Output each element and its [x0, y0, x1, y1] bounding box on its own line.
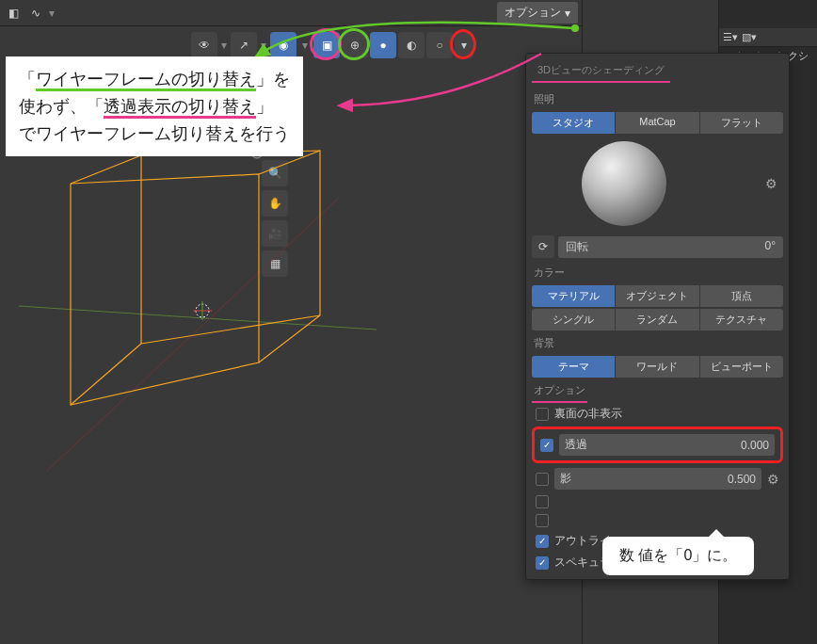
matcap-sphere-preview[interactable] — [582, 141, 666, 226]
svg-line-13 — [19, 306, 376, 330]
chevron-down-icon[interactable]: ▾ — [221, 39, 227, 52]
backface-checkbox[interactable] — [536, 408, 549, 421]
backface-culling-row[interactable]: 裏面の非表示 — [532, 403, 783, 425]
options-label: オプション — [505, 5, 561, 21]
lighting-label: 照明 — [532, 89, 783, 110]
matprev-shading-button[interactable]: ◐ — [398, 32, 425, 58]
solid-shading-button[interactable]: ● — [370, 32, 396, 58]
display-mode-icon[interactable]: ☰▾ — [723, 31, 738, 43]
texture-color-button[interactable]: テクスチャ — [700, 309, 783, 330]
flat-button[interactable]: フラット — [700, 112, 783, 134]
shading-popup-title: 3Dビューのシェーディング — [532, 59, 670, 83]
outliner-header[interactable]: ☰▾ ▧▾ — [719, 28, 817, 47]
xray-checkbox[interactable]: ✓ — [540, 439, 553, 452]
annotation-callout: 「ワイヤーフレームの切り替え」を 使わず、「透過表示の切り替え」 でワイヤーフレ… — [6, 56, 303, 156]
chevron-down-icon[interactable]: ▾ — [261, 39, 266, 52]
mode-icon[interactable]: ∿ — [26, 4, 45, 23]
chevron-down-icon[interactable]: ▾ — [302, 39, 308, 52]
dof-checkbox[interactable] — [536, 514, 549, 527]
shading-popover: 3Dビューのシェーディング 照明 スタジオ MatCap フラット ⚙ ⟳ 回転… — [525, 53, 790, 580]
svg-line-18 — [71, 344, 141, 405]
studio-button[interactable]: スタジオ — [532, 112, 615, 134]
color-label: カラー — [532, 262, 783, 283]
outline-checkbox[interactable]: ✓ — [536, 535, 549, 548]
cavity-checkbox[interactable] — [536, 495, 549, 508]
filter-icon[interactable]: ▧▾ — [742, 31, 757, 43]
world-rotate-icon[interactable]: ⟳ — [532, 235, 554, 258]
shading-mode-row: 👁 ▾ ↗ ▾ ◉ ▾ ▣ ⊕ ● ◐ ○ ▾ — [191, 32, 473, 58]
specular-checkbox[interactable]: ✓ — [536, 556, 549, 570]
editor-type-icon[interactable]: ◧ — [4, 4, 23, 23]
object-color-button[interactable]: オブジェクト — [616, 285, 698, 307]
svg-line-15 — [71, 155, 141, 184]
viewport-header: ◧ ∿ ▾ オプション ▾ — [0, 0, 582, 26]
world-bg-button[interactable]: ワールド — [616, 356, 698, 378]
random-color-button[interactable]: ランダム — [616, 309, 698, 330]
visibility-icon[interactable]: 👁 — [191, 32, 217, 58]
background-label: 背景 — [532, 332, 783, 354]
shadow-checkbox[interactable] — [536, 473, 549, 486]
xray-value-field[interactable]: 透過0.000 — [559, 434, 775, 456]
xray-red-highlight: ✓ 透過0.000 — [532, 427, 783, 463]
gear-icon[interactable]: ⚙ — [767, 472, 779, 487]
shadow-value-field[interactable]: 影0.500 — [554, 468, 761, 490]
viewport-bg-button[interactable]: ビューポート — [700, 356, 783, 378]
rotation-field[interactable]: 回転0° — [558, 236, 783, 258]
gear-icon[interactable]: ⚙ — [765, 176, 783, 191]
value-zero-callout: 数 値を「0」に。 — [602, 537, 754, 575]
rendered-shading-button[interactable]: ○ — [426, 32, 453, 58]
overlay-toggle-icon[interactable]: ◉ — [270, 32, 296, 58]
dropdown-caret-icon: ▾ — [49, 7, 55, 20]
options-dropdown[interactable]: オプション ▾ — [497, 2, 578, 24]
matcap-button[interactable]: MatCap — [616, 112, 698, 134]
viewport-3d[interactable]: ◧ ∿ ▾ オプション ▾ 👁 ▾ ↗ ▾ ◉ ▾ ▣ ⊕ — [0, 0, 582, 644]
material-color-button[interactable]: マテリアル — [532, 285, 615, 307]
single-color-button[interactable]: シングル — [532, 309, 615, 330]
theme-bg-button[interactable]: テーマ — [532, 356, 615, 378]
chevron-down-icon: ▾ — [565, 7, 570, 20]
shading-dropdown-button[interactable]: ▾ — [455, 32, 473, 58]
wireframe-cube-display — [19, 141, 376, 499]
gizmo-toggle-icon[interactable]: ↗ — [231, 32, 257, 58]
xray-toggle-button[interactable]: ▣ — [313, 32, 340, 58]
wireframe-shading-button[interactable]: ⊕ — [342, 32, 368, 58]
vertex-color-button[interactable]: 頂点 — [700, 285, 783, 307]
options-section-label: オプション — [532, 379, 587, 403]
